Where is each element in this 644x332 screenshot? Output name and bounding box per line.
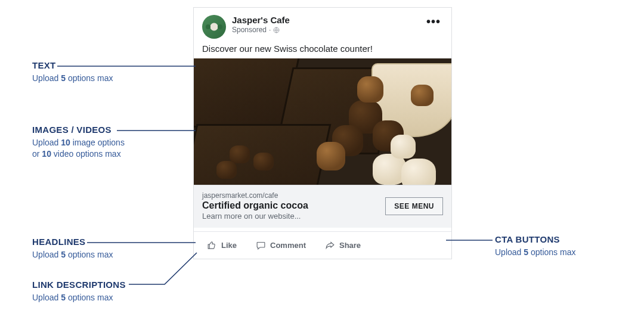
dot-separator: · <box>269 26 271 34</box>
post-menu-button[interactable]: ••• <box>424 15 443 28</box>
link-preview[interactable]: jaspersmarket.com/cafe Certified organic… <box>194 185 451 228</box>
callout-sub: Upload 5 options max <box>495 247 575 258</box>
link-domain: jaspersmarket.com/cafe <box>202 191 385 200</box>
share-label: Share <box>339 241 361 250</box>
leader-line <box>129 250 200 286</box>
page-avatar[interactable] <box>202 15 226 39</box>
link-headline: Certified organic cocoa <box>202 200 385 211</box>
sponsored-label: Sponsored <box>232 26 267 34</box>
share-button[interactable]: Share <box>315 237 370 254</box>
callout-title: TEXT <box>32 60 113 72</box>
callout-sub: Upload 5 options max <box>32 292 126 303</box>
cta-button[interactable]: SEE MENU <box>385 197 443 215</box>
header-text: Jasper's Cafe Sponsored · <box>232 15 424 34</box>
comment-button[interactable]: Comment <box>246 237 315 254</box>
callout-cta: CTA BUTTONS Upload 5 options max <box>495 234 575 258</box>
callout-linkdesc: LINK DESCRIPTIONS Upload 5 options max <box>32 279 126 303</box>
leader-line <box>117 129 196 132</box>
page-name[interactable]: Jasper's Cafe <box>232 15 424 25</box>
link-description: Learn more on our website... <box>202 212 385 221</box>
globe-icon <box>273 27 280 33</box>
callout-title: IMAGES / VIDEOS <box>32 124 125 136</box>
callout-sub: Upload 5 options max <box>32 73 113 84</box>
callout-title: LINK DESCRIPTIONS <box>32 279 126 291</box>
share-icon <box>325 240 335 250</box>
facebook-post: Jasper's Cafe Sponsored · ••• Discover o… <box>193 7 452 259</box>
sponsored-line: Sponsored · <box>232 26 424 34</box>
leader-line <box>446 239 493 241</box>
post-actions: Like Comment Share <box>194 231 451 259</box>
post-header: Jasper's Cafe Sponsored · ••• <box>194 8 451 44</box>
comment-label: Comment <box>270 241 306 250</box>
comment-icon <box>256 240 266 250</box>
callout-title: HEADLINES <box>32 236 113 248</box>
like-icon <box>207 240 217 250</box>
callout-images: IMAGES / VIDEOS Upload 10 image options … <box>32 124 125 160</box>
callout-sub: Upload 10 image options or 10 video opti… <box>32 137 125 160</box>
callout-sub: Upload 5 options max <box>32 249 113 260</box>
like-button[interactable]: Like <box>197 237 246 254</box>
post-image[interactable] <box>194 58 451 185</box>
callout-text: TEXT Upload 5 options max <box>32 60 113 84</box>
post-text: Discover our new Swiss chocolate counter… <box>194 44 451 58</box>
callout-headlines: HEADLINES Upload 5 options max <box>32 236 113 260</box>
like-label: Like <box>221 241 237 250</box>
callout-title: CTA BUTTONS <box>495 234 575 246</box>
